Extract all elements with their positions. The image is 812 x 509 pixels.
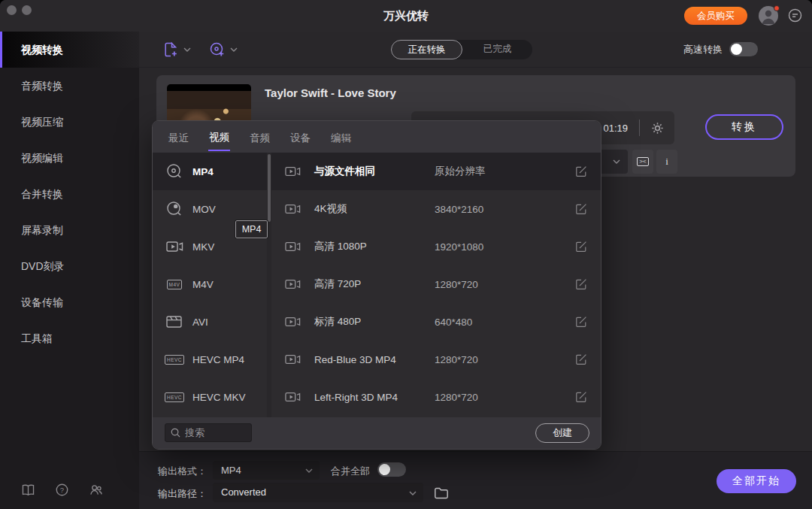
preset-row-left-right-3d[interactable]: Left-Right 3D MP4 1280*720 (271, 378, 601, 416)
edit-icon[interactable] (575, 391, 587, 403)
bottom-bar: 输出格式： MP4 合并全部 输出路径： Converted 全部开始 (139, 451, 812, 509)
window-minimize-button[interactable] (22, 5, 32, 15)
app-title: 万兴优转 (383, 9, 429, 23)
format-item-avi[interactable]: AVI (153, 303, 271, 341)
format-name: HEVC MKV (192, 392, 246, 403)
format-list: MP4 MOV MKV M4V M4V AVI (153, 153, 271, 417)
preset-row-red-blue-3d[interactable]: Red-Blue 3D MP4 1280*720 (271, 341, 601, 378)
output-path-label: 输出路径： (158, 487, 207, 501)
tab-recent[interactable]: 最近 (168, 123, 189, 150)
format-list-scrollbar[interactable] (267, 153, 271, 417)
edit-icon[interactable] (575, 241, 587, 253)
format-item-hevc-mkv[interactable]: HEVC HEVC MKV (153, 378, 271, 416)
preset-resolution: 1280*720 (435, 279, 478, 290)
preset-row-1080p[interactable]: 高清 1080P 1920*1080 (271, 228, 601, 265)
convert-button[interactable]: 转换 (705, 114, 783, 140)
sidebar-item-video-convert[interactable]: 视频转换 (0, 32, 139, 68)
compress-icon: >< (637, 157, 648, 166)
sidebar-item-video-edit[interactable]: 视频编辑 (0, 140, 139, 176)
info-button[interactable]: i (656, 150, 677, 174)
tab-converting[interactable]: 正在转换 (391, 40, 462, 59)
compress-button[interactable]: >< (632, 150, 653, 174)
preset-row-4k[interactable]: 4K视频 3840*2160 (271, 190, 601, 228)
reel-icon (165, 162, 184, 180)
guide-book-icon[interactable] (21, 483, 35, 497)
output-path-value: Converted (221, 486, 266, 498)
search-input[interactable] (185, 427, 245, 438)
membership-buy-button[interactable]: 会员购买 (684, 7, 747, 25)
search-box[interactable] (165, 423, 252, 442)
add-file-button[interactable] (162, 41, 191, 59)
tab-device[interactable]: 设备 (289, 123, 311, 150)
hevc-badge-icon: HEVC (165, 355, 184, 365)
create-button[interactable]: 创建 (535, 423, 589, 443)
chevron-down-icon (305, 468, 313, 473)
preset-name: 4K视频 (314, 202, 435, 216)
preset-name: 标清 480P (314, 315, 435, 329)
info-icon: i (665, 156, 668, 168)
help-icon[interactable]: ? (55, 483, 69, 497)
scrollbar-thumb[interactable] (268, 154, 271, 222)
output-format-select[interactable]: MP4 (213, 461, 320, 480)
format-picker-popup: 最近 视频 音频 设备 编辑 MP4 MOV MKV (152, 120, 601, 450)
video-camera-icon (165, 238, 184, 255)
video-camera-icon (284, 277, 301, 292)
sidebar-item-merge-convert[interactable]: 合并转换 (0, 176, 139, 212)
window-close-button[interactable] (7, 5, 17, 15)
format-picker-footer: 创建 (153, 417, 601, 449)
add-file-chevron-icon[interactable] (183, 47, 191, 52)
edit-icon[interactable] (575, 353, 587, 365)
sidebar: 视频转换 音频转换 视频压缩 视频编辑 合并转换 屏幕录制 DVD刻录 设备传输… (0, 32, 139, 509)
sidebar-item-video-compress[interactable]: 视频压缩 (0, 104, 139, 140)
account-avatar[interactable] (759, 6, 778, 26)
gear-icon[interactable] (651, 122, 664, 135)
edit-icon[interactable] (575, 316, 587, 328)
format-item-mp4[interactable]: MP4 (153, 153, 271, 190)
edit-icon[interactable] (575, 165, 587, 177)
fast-convert-toggle[interactable] (729, 42, 758, 56)
video-camera-icon (284, 164, 301, 179)
sidebar-item-audio-convert[interactable]: 音频转换 (0, 68, 139, 104)
video-camera-icon (284, 352, 301, 367)
m4v-badge-icon: M4V (165, 280, 184, 289)
titlebar: 万兴优转 会员购买 (0, 0, 812, 32)
tab-video[interactable]: 视频 (208, 123, 230, 151)
format-item-hevc-mp4[interactable]: HEVC HEVC MP4 (153, 341, 271, 378)
divider (639, 120, 640, 136)
add-disc-button[interactable] (208, 41, 238, 59)
output-format-label: 输出格式： (158, 465, 207, 478)
tab-editing[interactable]: 编辑 (330, 123, 352, 150)
output-path-select[interactable]: Converted (213, 483, 423, 502)
community-icon[interactable] (89, 483, 104, 497)
sidebar-footer: ? (0, 483, 139, 497)
edit-icon[interactable] (575, 203, 587, 215)
format-name: AVI (192, 317, 208, 328)
sidebar-item-screen-record[interactable]: 屏幕录制 (0, 212, 139, 248)
tab-audio[interactable]: 音频 (249, 123, 271, 150)
format-tooltip: MP4 (235, 220, 268, 238)
video-camera-icon (284, 389, 301, 404)
video-camera-icon (284, 239, 301, 254)
edit-icon[interactable] (575, 278, 587, 290)
format-name: MKV (192, 241, 214, 253)
preset-name: Red-Blue 3D MP4 (314, 354, 435, 365)
open-folder-icon[interactable] (434, 486, 449, 499)
add-disc-chevron-icon[interactable] (230, 47, 238, 52)
message-icon[interactable] (787, 8, 803, 23)
app-window: 万兴优转 会员购买 视频转换 音频转换 视频压缩 视频编辑 合并转换 屏幕录制 … (0, 0, 812, 509)
preset-row-480p[interactable]: 标清 480P 640*480 (271, 303, 601, 341)
start-all-button[interactable]: 全部开始 (717, 469, 796, 493)
preset-name: Left-Right 3D MP4 (314, 392, 435, 403)
preset-row-same-as-source[interactable]: 与源文件相同 原始分辨率 (271, 153, 601, 190)
hevc-badge-icon: HEVC (165, 392, 184, 402)
merge-all-toggle[interactable] (377, 462, 406, 477)
preset-row-720p[interactable]: 高清 720P 1280*720 (271, 265, 601, 303)
format-item-m4v[interactable]: M4V M4V (153, 265, 271, 303)
preset-name: 高清 720P (314, 277, 435, 291)
sidebar-item-device-transfer[interactable]: 设备传输 (0, 284, 139, 320)
tab-finished[interactable]: 已完成 (462, 40, 532, 59)
preset-resolution: 1280*720 (435, 354, 478, 365)
sidebar-item-toolbox[interactable]: 工具箱 (0, 320, 139, 356)
sidebar-item-dvd-burn[interactable]: DVD刻录 (0, 248, 139, 284)
output-format-value: MP4 (221, 465, 241, 476)
